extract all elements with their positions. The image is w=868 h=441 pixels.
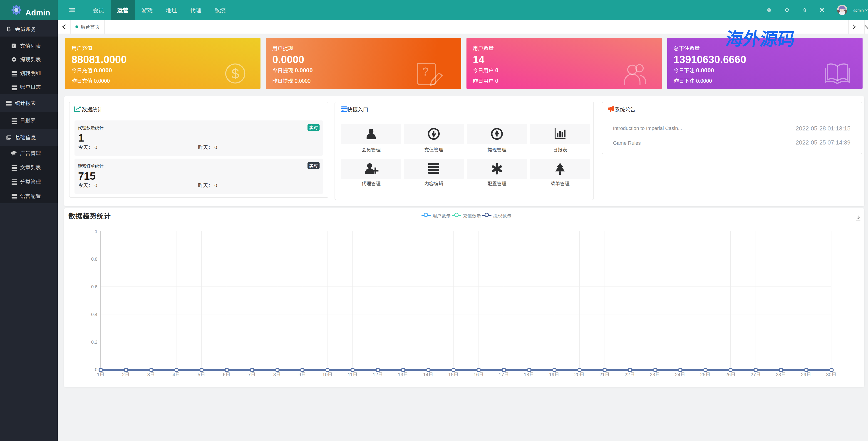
svg-text:?: ? <box>422 65 429 78</box>
svg-text:$: $ <box>231 66 239 81</box>
